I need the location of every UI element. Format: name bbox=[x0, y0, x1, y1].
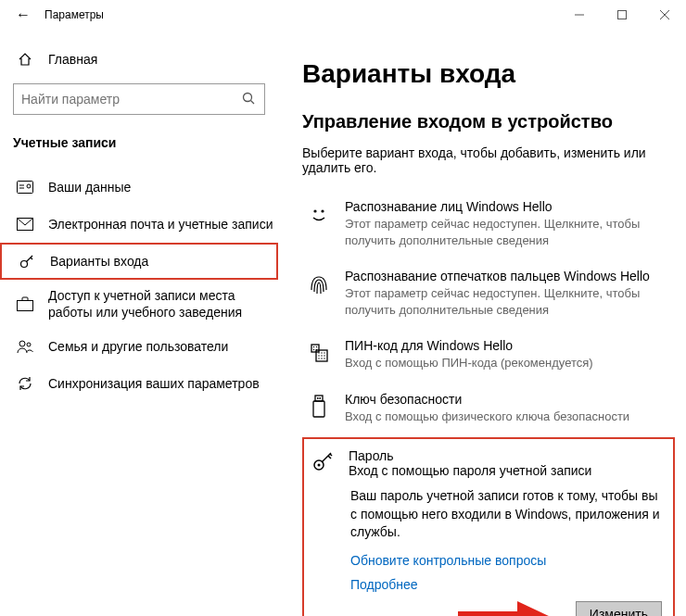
option-pin[interactable]: ПИН-код для Windows Hello Вход с помощью… bbox=[302, 331, 675, 384]
svg-point-16 bbox=[27, 343, 31, 346]
search-box[interactable] bbox=[13, 83, 265, 115]
svg-point-26 bbox=[321, 352, 322, 353]
page-title: Варианты входа bbox=[302, 59, 675, 89]
titlebar: ← Параметры bbox=[0, 0, 686, 30]
svg-point-11 bbox=[21, 261, 28, 268]
sidebar-item-label: Электронная почта и учетные записи bbox=[48, 217, 273, 232]
svg-point-4 bbox=[244, 94, 252, 102]
password-description: Ваш пароль учетной записи готов к тому, … bbox=[311, 487, 662, 542]
sidebar-item-label: Ваши данные bbox=[48, 180, 131, 195]
maximize-button[interactable] bbox=[601, 0, 643, 30]
svg-rect-37 bbox=[320, 397, 322, 399]
option-title: Пароль bbox=[349, 448, 591, 463]
back-button[interactable]: ← bbox=[6, 0, 41, 30]
sidebar: Главная Учетные записи Ваши данные bbox=[0, 30, 278, 616]
sidebar-home[interactable]: Главная bbox=[0, 41, 278, 78]
svg-rect-1 bbox=[618, 11, 627, 19]
sync-icon bbox=[17, 375, 33, 392]
svg-point-39 bbox=[318, 464, 321, 467]
option-sub: Этот параметр сейчас недоступен. Щелкнит… bbox=[345, 216, 667, 248]
usb-icon bbox=[306, 394, 332, 420]
option-title: Распознавание отпечатков пальцев Windows… bbox=[345, 269, 667, 283]
search-input[interactable] bbox=[21, 92, 242, 107]
option-title: ПИН-код для Windows Hello bbox=[345, 338, 593, 353]
key-icon bbox=[311, 448, 336, 472]
svg-point-29 bbox=[321, 355, 322, 356]
svg-point-9 bbox=[27, 184, 31, 188]
sidebar-item-your-info[interactable]: Ваши данные bbox=[0, 169, 278, 206]
search-icon bbox=[242, 92, 257, 107]
update-questions-link[interactable]: Обновите контрольные вопросы bbox=[350, 553, 662, 568]
option-security-key[interactable]: Ключ безопасности Вход с помощью физичес… bbox=[302, 384, 675, 438]
main-content: Варианты входа Управление входом в устро… bbox=[278, 30, 686, 616]
learn-more-link[interactable]: Подробнее bbox=[350, 577, 662, 592]
svg-line-5 bbox=[251, 101, 255, 105]
sidebar-item-signin-options[interactable]: Варианты входа bbox=[0, 243, 278, 280]
svg-point-33 bbox=[324, 358, 324, 358]
minimize-button[interactable] bbox=[558, 0, 601, 30]
svg-point-18 bbox=[321, 209, 324, 212]
face-icon bbox=[306, 201, 332, 227]
sidebar-item-email[interactable]: Электронная почта и учетные записи bbox=[0, 206, 278, 243]
svg-line-41 bbox=[328, 456, 331, 459]
svg-point-15 bbox=[19, 341, 25, 346]
svg-point-31 bbox=[318, 358, 319, 358]
key-icon bbox=[19, 253, 35, 270]
sidebar-item-label: Синхронизация ваших параметров bbox=[48, 376, 260, 391]
window-title: Параметры bbox=[44, 8, 558, 21]
sidebar-item-work-access[interactable]: Доступ к учетной записи места работы или… bbox=[0, 280, 278, 328]
close-button[interactable] bbox=[643, 0, 686, 30]
mail-icon bbox=[17, 216, 33, 233]
svg-point-17 bbox=[313, 209, 316, 212]
briefcase-icon bbox=[17, 295, 33, 312]
fingerprint-icon bbox=[306, 270, 332, 296]
svg-line-13 bbox=[31, 258, 32, 259]
people-icon bbox=[17, 338, 33, 355]
svg-point-27 bbox=[324, 352, 324, 353]
sidebar-home-label: Главная bbox=[48, 52, 97, 67]
svg-rect-34 bbox=[315, 396, 323, 401]
option-face[interactable]: Распознавание лиц Windows Hello Этот пар… bbox=[302, 192, 675, 261]
svg-point-22 bbox=[313, 349, 314, 350]
option-sub: Вход с помощью ПИН-кода (рекомендуется) bbox=[345, 355, 593, 371]
sidebar-item-label: Доступ к учетной записи места работы или… bbox=[48, 287, 278, 321]
svg-marker-44 bbox=[517, 601, 551, 616]
option-sub: Вход с помощью физического ключа безопас… bbox=[345, 409, 629, 425]
svg-point-32 bbox=[321, 358, 322, 358]
svg-point-30 bbox=[324, 355, 324, 356]
sidebar-item-sync[interactable]: Синхронизация ваших параметров bbox=[0, 365, 278, 402]
svg-point-20 bbox=[313, 346, 314, 347]
sidebar-item-label: Семья и другие пользователи bbox=[48, 339, 228, 354]
change-button[interactable]: Изменить bbox=[576, 601, 662, 616]
option-title: Распознавание лиц Windows Hello bbox=[345, 199, 667, 214]
svg-point-28 bbox=[318, 355, 319, 356]
svg-rect-43 bbox=[458, 611, 517, 616]
option-sub: Вход с помощью пароля учетной записи bbox=[349, 463, 591, 478]
svg-point-25 bbox=[318, 352, 319, 353]
svg-rect-14 bbox=[18, 301, 33, 311]
arrow-annotation bbox=[458, 601, 551, 616]
home-icon bbox=[17, 51, 33, 68]
option-sub: Этот параметр сейчас недоступен. Щелкнит… bbox=[345, 285, 667, 318]
section-title: Управление входом в устройство bbox=[302, 111, 675, 132]
svg-rect-19 bbox=[311, 345, 319, 352]
pin-icon bbox=[306, 340, 332, 366]
svg-point-21 bbox=[316, 346, 317, 347]
sidebar-item-family[interactable]: Семья и другие пользователи bbox=[0, 328, 278, 365]
sidebar-item-label: Варианты входа bbox=[50, 254, 148, 269]
svg-rect-35 bbox=[313, 401, 324, 417]
svg-line-42 bbox=[330, 454, 332, 456]
svg-rect-36 bbox=[317, 397, 319, 399]
card-icon bbox=[17, 179, 33, 195]
section-description: Выберите вариант входа, чтобы добавить, … bbox=[302, 145, 675, 175]
option-fingerprint[interactable]: Распознавание отпечатков пальцев Windows… bbox=[302, 261, 675, 331]
option-title: Ключ безопасности bbox=[345, 392, 629, 407]
option-password[interactable]: Пароль Вход с помощью пароля учетной зап… bbox=[302, 437, 675, 616]
sidebar-category: Учетные записи bbox=[0, 122, 278, 159]
